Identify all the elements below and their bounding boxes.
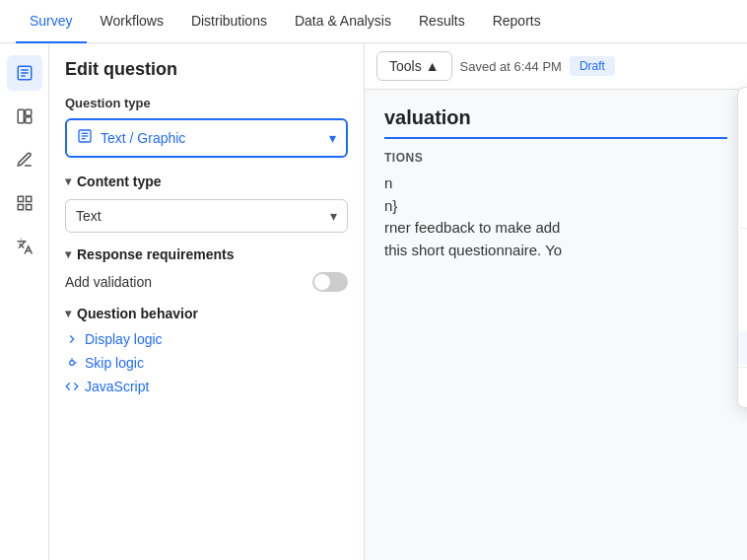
paint-icon[interactable] bbox=[7, 142, 42, 177]
right-panel-sub: TIONS bbox=[384, 151, 727, 165]
right-panel-content: valuation TIONS n n} rner feedback to ma… bbox=[365, 87, 747, 281]
response-requirements-section: ▾ Response requirements Add validation bbox=[65, 246, 348, 292]
right-panel-heading: valuation bbox=[384, 106, 727, 129]
nav-tab-reports[interactable]: Reports bbox=[479, 0, 555, 43]
display-logic-label: Display logic bbox=[85, 331, 163, 347]
nav-tab-data-analysis[interactable]: Data & Analysis bbox=[281, 0, 405, 43]
question-type-section: Question type Text / Graphic ▾ bbox=[65, 96, 348, 158]
nav-tab-workflows[interactable]: Workflows bbox=[87, 0, 177, 43]
tools-label: Tools bbox=[389, 58, 422, 74]
right-panel: Tools ▲ Saved at 6:44 PM Draft valuation… bbox=[365, 43, 747, 560]
content-type-value: Text bbox=[76, 208, 330, 224]
draft-badge[interactable]: Draft bbox=[570, 56, 615, 76]
main-layout: Edit question Question type Text / Graph… bbox=[0, 43, 747, 560]
menu-item-generate-test[interactable]: Generate test responses bbox=[738, 192, 747, 226]
question-behavior-section: ▾ Question behavior Display logic Skip l… bbox=[65, 306, 348, 394]
block-icon[interactable] bbox=[7, 185, 42, 221]
svg-rect-8 bbox=[26, 196, 31, 201]
right-panel-underline bbox=[384, 137, 727, 139]
nav-tab-survey[interactable]: Survey bbox=[16, 0, 87, 43]
content-type-header[interactable]: ▾ Content type bbox=[65, 174, 348, 189]
layout-icon[interactable] bbox=[7, 99, 42, 134]
menu-item-manage-choices[interactable]: Manage reusable choices bbox=[738, 159, 747, 192]
menu-item-keyboard-shortcuts[interactable]: Keyboard shortcuts ⌘ / bbox=[738, 370, 747, 403]
panel-title: Edit question bbox=[65, 59, 348, 80]
svg-rect-5 bbox=[25, 109, 31, 115]
tools-dropdown-menu: Auto-number questions Reset recode value… bbox=[737, 87, 747, 408]
nav-tab-distributions[interactable]: Distributions bbox=[177, 0, 281, 43]
nav-tab-results[interactable]: Results bbox=[405, 0, 479, 43]
content-type-chevron: ▾ bbox=[330, 208, 337, 224]
menu-divider-1 bbox=[738, 228, 747, 229]
question-behavior-arrow: ▾ bbox=[65, 307, 71, 320]
question-type-select[interactable]: Text / Graphic ▾ bbox=[65, 118, 348, 158]
add-validation-row: Add validation bbox=[65, 272, 348, 292]
add-validation-label: Add validation bbox=[65, 274, 152, 290]
response-requirements-header[interactable]: ▾ Response requirements bbox=[65, 246, 348, 262]
svg-rect-10 bbox=[26, 205, 31, 210]
javascript-label: JavaScript bbox=[85, 379, 149, 394]
survey-icon[interactable] bbox=[7, 55, 42, 91]
javascript-link[interactable]: JavaScript bbox=[65, 379, 348, 394]
text-graphic-icon bbox=[77, 128, 93, 148]
svg-rect-7 bbox=[18, 196, 23, 201]
tools-chevron-icon: ▲ bbox=[426, 58, 440, 74]
response-requirements-arrow: ▾ bbox=[65, 247, 71, 261]
svg-rect-4 bbox=[18, 109, 24, 123]
add-validation-toggle[interactable] bbox=[312, 272, 348, 292]
left-panel: Edit question Question type Text / Graph… bbox=[49, 43, 365, 560]
content-type-label: Content type bbox=[77, 174, 162, 189]
menu-item-collaborate[interactable]: Collaborate bbox=[738, 264, 747, 298]
sidebar bbox=[0, 43, 49, 560]
top-nav: Survey Workflows Distributions Data & An… bbox=[0, 0, 747, 43]
svg-rect-9 bbox=[18, 205, 23, 210]
saved-text: Saved at 6:44 PM bbox=[460, 59, 562, 74]
question-type-chevron: ▾ bbox=[329, 130, 336, 146]
question-behavior-header[interactable]: ▾ Question behavior bbox=[65, 306, 348, 321]
display-logic-link[interactable]: Display logic bbox=[65, 331, 348, 347]
content-type-arrow: ▾ bbox=[65, 175, 71, 188]
svg-point-15 bbox=[70, 361, 75, 366]
skip-logic-link[interactable]: Skip logic bbox=[65, 355, 348, 371]
question-type-value: Text / Graphic bbox=[101, 130, 329, 146]
question-type-label: Question type bbox=[65, 96, 348, 110]
menu-divider-2 bbox=[738, 367, 747, 368]
tools-button[interactable]: Tools ▲ bbox=[376, 51, 452, 81]
skip-logic-label: Skip logic bbox=[85, 355, 144, 371]
menu-item-reset-recode[interactable]: Reset recode values bbox=[738, 125, 747, 159]
toolbar: Tools ▲ Saved at 6:44 PM Draft bbox=[365, 43, 747, 90]
menu-item-review[interactable]: Review ▶ bbox=[738, 231, 747, 264]
content-type-select[interactable]: Text ▾ bbox=[65, 199, 348, 233]
content-type-section: ▾ Content type Text ▾ bbox=[65, 174, 348, 233]
menu-item-auto-number[interactable]: Auto-number questions bbox=[738, 92, 747, 125]
right-panel-body: n n} rner feedback to make add this shor… bbox=[384, 173, 727, 261]
question-behavior-label: Question behavior bbox=[77, 306, 198, 321]
svg-rect-6 bbox=[25, 117, 31, 123]
response-requirements-label: Response requirements bbox=[77, 246, 235, 262]
translate-icon[interactable] bbox=[7, 229, 42, 264]
menu-item-import-export[interactable]: Import/Export ▶ bbox=[738, 331, 747, 365]
menu-item-versions[interactable]: Versions ▶ bbox=[738, 298, 747, 331]
